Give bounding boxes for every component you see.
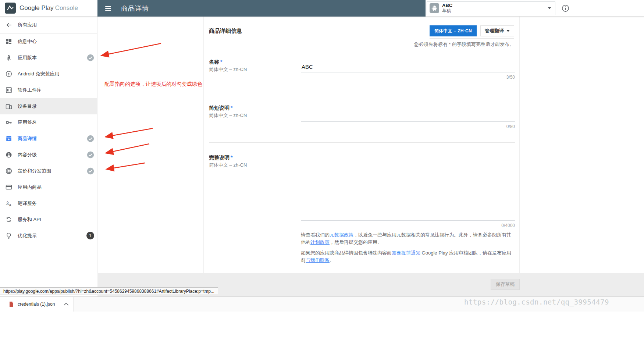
contact-us-link[interactable]: 与我们联系 xyxy=(306,257,330,263)
sidebar-item-label: Android 免安装应用 xyxy=(18,71,59,77)
sidebar-item-label: 应用版本 xyxy=(18,54,37,61)
devices-icon xyxy=(6,103,12,110)
short-description-char-counter: 0/80 xyxy=(301,124,515,129)
policy-text: 。 xyxy=(330,257,334,263)
translate-icon: 文A xyxy=(6,200,12,207)
field-label-text: 完整说明 xyxy=(209,154,230,160)
required-fields-hint: 您必须先将标有 * 的字段填写完整后才能发布。 xyxy=(414,41,514,48)
full-description-input[interactable] xyxy=(301,158,515,221)
chevron-down-icon xyxy=(506,30,510,32)
short-description-field-label: 简短说明* xyxy=(209,105,232,111)
field-label-text: 名称 xyxy=(209,59,219,65)
check-circle-icon xyxy=(87,135,94,142)
metadata-policy-note: 请查看我们的元数据政策，以避免一些与应用元数据相关的常见违规行为。此外，请务必参… xyxy=(301,231,516,246)
name-field-language: 简体中文 – zh-CN xyxy=(209,66,247,73)
sidebar-item-device-catalog[interactable]: 设备目录 xyxy=(0,98,97,114)
sidebar-item-app-signing[interactable]: 应用签名 xyxy=(0,114,97,131)
rocket-icon xyxy=(6,54,12,61)
sidebar: 所有应用 信息中心 应用版本 Android 免安装应用 软件工件库 设备目录 xyxy=(0,17,97,296)
app-name: ABC xyxy=(442,3,452,8)
credit-card-icon xyxy=(6,184,12,191)
info-icon[interactable] xyxy=(562,4,569,12)
language-toolbar: 简体中文 – ZH-CN 管理翻译 xyxy=(430,25,514,39)
sidebar-item-label: 商品详情 xyxy=(18,135,37,142)
chevron-down-icon[interactable] xyxy=(548,7,551,9)
field-label-text: 简短说明 xyxy=(209,105,230,111)
app-selector[interactable]: ABC 草稿 xyxy=(427,1,555,15)
chevron-up-icon[interactable] xyxy=(64,303,69,306)
sidebar-item-label: 服务和 API xyxy=(18,216,41,223)
brand-name: Google PlayConsole xyxy=(19,4,78,12)
instant-bolt-icon xyxy=(6,71,12,77)
short-description-field-language: 简体中文 – zh-CN xyxy=(209,112,247,119)
globe-icon xyxy=(6,168,12,174)
browser-status-url: https://play.google.com/apps/publish/?hl… xyxy=(0,287,218,295)
sidebar-item-pricing-distribution[interactable]: 定价和分发范围 xyxy=(0,163,97,179)
metadata-policy-link[interactable]: 元数据政策 xyxy=(330,232,353,238)
download-item[interactable]: credentials (1).json xyxy=(0,297,74,312)
manage-translations-button[interactable]: 管理翻译 xyxy=(480,25,514,36)
sidebar-item-label: 软件工件库 xyxy=(18,87,42,93)
policy-notes: 请查看我们的元数据政策，以避免一些与应用元数据相关的常见违规行为。此外，请务必参… xyxy=(301,231,516,264)
key-icon xyxy=(6,119,12,126)
watermark-text: https://blog.csdn.net/qq_39954479 xyxy=(464,298,609,306)
sidebar-item-label: 翻译服务 xyxy=(18,200,37,207)
sidebar-item-content-rating[interactable]: 内容分级 xyxy=(0,147,97,163)
short-description-input[interactable] xyxy=(301,107,515,122)
dashboard-icon xyxy=(6,38,12,45)
sidebar-item-services-api[interactable]: 服务和 API xyxy=(0,211,97,228)
save-draft-button[interactable]: 保存草稿 xyxy=(491,279,520,290)
artifact-library-icon xyxy=(6,87,12,93)
policy-text: ，然后再提交您的应用。 xyxy=(330,239,382,245)
file-icon xyxy=(8,301,14,307)
sidebar-back-all-apps[interactable]: 所有应用 xyxy=(0,17,97,33)
brand-name-primary: Google Play xyxy=(19,4,54,11)
sidebar-item-optimization-tips[interactable]: 优化提示 1 xyxy=(0,228,97,244)
sidebar-back-label: 所有应用 xyxy=(18,22,37,28)
store-listing-card: 商品详细信息 简体中文 – ZH-CN 管理翻译 您必须先将标有 * 的字段填写… xyxy=(203,17,520,273)
sidebar-item-label: 内容分级 xyxy=(18,152,37,158)
sync-icon xyxy=(6,216,12,223)
sidebar-item-instant-apps[interactable]: Android 免安装应用 xyxy=(0,66,97,82)
program-policy-link[interactable]: 计划政策 xyxy=(310,239,330,245)
arrow-back-icon xyxy=(6,22,12,28)
full-description-field-label: 完整说明* xyxy=(209,154,232,161)
app-meta: ABC 草稿 xyxy=(442,3,452,14)
required-asterisk: * xyxy=(231,105,232,111)
top-app-bar: Google PlayConsole 商品详情 ABC 草稿 xyxy=(0,0,644,17)
android-app-icon xyxy=(430,3,439,13)
manage-translations-label: 管理翻译 xyxy=(485,28,504,34)
footer-divider xyxy=(520,273,520,296)
sidebar-item-in-app-products[interactable]: 应用内商品 xyxy=(0,179,97,195)
sidebar-item-artifact-library[interactable]: 软件工件库 xyxy=(0,82,97,98)
sidebar-item-translation-service[interactable]: 文A 翻译服务 xyxy=(0,195,97,211)
topbar-right-section: ABC 草稿 xyxy=(426,0,644,17)
name-char-counter: 3/50 xyxy=(301,75,515,80)
brand-logo[interactable]: Google PlayConsole xyxy=(0,0,97,17)
name-field-label: 名称* xyxy=(209,59,222,65)
sidebar-item-label: 应用内商品 xyxy=(18,184,42,191)
count-badge: 1 xyxy=(86,232,94,239)
check-circle-icon xyxy=(87,167,94,175)
policy-text: 如果您的应用或商品详情因包含特殊内容而 xyxy=(301,250,392,256)
field-divider xyxy=(209,93,515,93)
language-button[interactable]: 简体中文 – ZH-CN xyxy=(430,25,477,36)
special-content-note: 如果您的应用或商品详情因包含特殊内容而需要提前通知 Google Play 应用… xyxy=(301,249,516,264)
advance-notice-link[interactable]: 需要提前通知 xyxy=(392,250,420,256)
check-circle-icon xyxy=(87,151,94,159)
sidebar-item-label: 应用签名 xyxy=(18,119,37,126)
required-asterisk: * xyxy=(220,59,222,65)
menu-icon[interactable] xyxy=(104,5,112,12)
name-input[interactable]: ABC xyxy=(301,59,515,72)
check-circle-icon xyxy=(87,54,94,61)
lightbulb-icon xyxy=(6,232,12,239)
sidebar-item-dashboard[interactable]: 信息中心 xyxy=(0,33,97,50)
sidebar-item-store-listing[interactable]: 商品详情 xyxy=(0,131,97,147)
section-title: 商品详细信息 xyxy=(209,28,242,35)
main-content: 商品详细信息 简体中文 – ZH-CN 管理翻译 您必须先将标有 * 的字段填写… xyxy=(98,17,644,296)
sidebar-item-app-releases[interactable]: 应用版本 xyxy=(0,50,97,66)
download-filename: credentials (1).json xyxy=(18,302,55,307)
full-description-field-language: 简体中文 – zh-CN xyxy=(209,162,247,168)
sidebar-item-label: 信息中心 xyxy=(18,38,37,45)
brand-name-secondary: Console xyxy=(55,4,78,11)
